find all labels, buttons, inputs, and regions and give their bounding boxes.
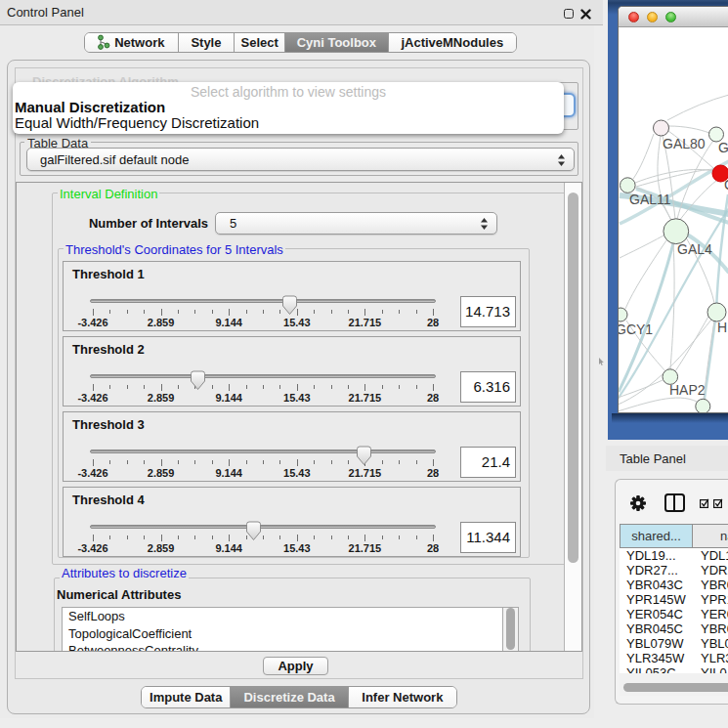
svg-text:HAP2: HAP2 [669, 382, 706, 398]
svg-text:GAL11: GAL11 [629, 192, 671, 207]
svg-text:C: C [724, 177, 728, 193]
svg-text:GAL80: GAL80 [663, 136, 706, 151]
svg-text:GA: GA [718, 140, 728, 155]
svg-text:GCY1: GCY1 [619, 321, 653, 337]
svg-text:H: H [717, 320, 727, 335]
svg-text:GAL4: GAL4 [677, 241, 712, 257]
